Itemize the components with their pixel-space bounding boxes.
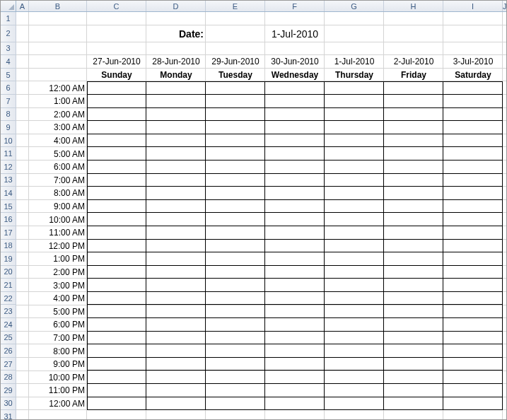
schedule-cell[interactable] [265, 332, 325, 345]
schedule-cell[interactable] [87, 344, 146, 358]
schedule-cell[interactable] [325, 332, 384, 345]
schedule-cell[interactable] [265, 95, 325, 108]
schedule-cell[interactable] [146, 358, 206, 371]
schedule-cell[interactable] [443, 318, 503, 332]
row-header-19[interactable]: 19 [1, 252, 16, 266]
schedule-cell[interactable] [87, 240, 146, 253]
schedule-cell[interactable] [146, 318, 206, 332]
schedule-cell[interactable] [206, 318, 265, 332]
row-header-3[interactable]: 3 [1, 42, 16, 56]
schedule-cell[interactable] [443, 279, 503, 292]
schedule-cell[interactable] [265, 226, 325, 240]
schedule-cell[interactable] [443, 121, 503, 134]
row-header-20[interactable]: 20 [1, 266, 16, 279]
schedule-cell[interactable] [87, 397, 146, 411]
schedule-cell[interactable] [87, 332, 146, 345]
schedule-cell[interactable] [325, 279, 384, 292]
spreadsheet-area[interactable]: Date:1-Jul-201027-Jun-2010Sunday28-Jun-2… [16, 12, 506, 419]
row-header-27[interactable]: 27 [1, 358, 16, 371]
schedule-cell[interactable] [87, 279, 146, 292]
schedule-cell[interactable] [146, 213, 206, 226]
schedule-cell[interactable] [384, 147, 443, 161]
schedule-cell[interactable] [325, 371, 384, 384]
schedule-cell[interactable] [443, 95, 503, 108]
schedule-cell[interactable] [443, 371, 503, 384]
schedule-cell[interactable] [443, 147, 503, 161]
schedule-cell[interactable] [146, 332, 206, 345]
schedule-cell[interactable] [265, 384, 325, 397]
schedule-cell[interactable] [325, 344, 384, 358]
row-header-7[interactable]: 7 [1, 95, 16, 108]
schedule-cell[interactable] [384, 226, 443, 240]
schedule-cell[interactable] [146, 147, 206, 161]
schedule-cell[interactable] [206, 371, 265, 384]
schedule-cell[interactable] [384, 371, 443, 384]
schedule-cell[interactable] [206, 187, 265, 200]
row-header-6[interactable]: 6 [1, 81, 16, 95]
schedule-cell[interactable] [206, 397, 265, 411]
schedule-cell[interactable] [443, 134, 503, 148]
schedule-cell[interactable] [443, 187, 503, 200]
schedule-cell[interactable] [206, 358, 265, 371]
schedule-cell[interactable] [87, 226, 146, 240]
schedule-cell[interactable] [384, 108, 443, 122]
schedule-cell[interactable] [146, 344, 206, 358]
row-header-24[interactable]: 24 [1, 318, 16, 332]
column-header-a[interactable]: A [16, 1, 29, 11]
row-header-2[interactable]: 2 [1, 25, 16, 42]
column-header-j[interactable]: J [503, 1, 507, 11]
schedule-cell[interactable] [325, 134, 384, 148]
schedule-cell[interactable] [265, 108, 325, 122]
schedule-cell[interactable] [87, 134, 146, 148]
schedule-cell[interactable] [325, 292, 384, 305]
column-header-e[interactable]: E [206, 1, 265, 11]
schedule-cell[interactable] [443, 332, 503, 345]
schedule-cell[interactable] [87, 147, 146, 161]
row-header-10[interactable]: 10 [1, 134, 16, 148]
schedule-cell[interactable] [87, 108, 146, 122]
schedule-cell[interactable] [325, 161, 384, 174]
row-header-17[interactable]: 17 [1, 226, 16, 240]
schedule-cell[interactable] [206, 95, 265, 108]
schedule-cell[interactable] [146, 95, 206, 108]
schedule-cell[interactable] [325, 200, 384, 214]
schedule-cell[interactable] [384, 240, 443, 253]
column-header-b[interactable]: B [29, 1, 87, 11]
schedule-cell[interactable] [146, 81, 206, 95]
schedule-cell[interactable] [265, 371, 325, 384]
schedule-cell[interactable] [265, 318, 325, 332]
row-header-5[interactable]: 5 [1, 69, 16, 82]
schedule-cell[interactable] [206, 384, 265, 397]
schedule-cell[interactable] [443, 81, 503, 95]
schedule-cell[interactable] [325, 81, 384, 95]
row-header-11[interactable]: 11 [1, 147, 16, 161]
schedule-cell[interactable] [443, 344, 503, 358]
schedule-cell[interactable] [265, 305, 325, 318]
schedule-cell[interactable] [146, 305, 206, 318]
row-header-8[interactable]: 8 [1, 108, 16, 122]
schedule-cell[interactable] [325, 226, 384, 240]
schedule-cell[interactable] [87, 292, 146, 305]
column-header-d[interactable]: D [146, 1, 206, 11]
schedule-cell[interactable] [325, 187, 384, 200]
schedule-cell[interactable] [325, 384, 384, 397]
schedule-cell[interactable] [87, 187, 146, 200]
schedule-cell[interactable] [265, 174, 325, 187]
row-header-12[interactable]: 12 [1, 161, 16, 174]
schedule-cell[interactable] [146, 161, 206, 174]
schedule-cell[interactable] [384, 358, 443, 371]
schedule-cell[interactable] [206, 292, 265, 305]
schedule-cell[interactable] [87, 161, 146, 174]
schedule-cell[interactable] [146, 187, 206, 200]
schedule-cell[interactable] [87, 305, 146, 318]
schedule-cell[interactable] [206, 174, 265, 187]
column-header-g[interactable]: G [325, 1, 384, 11]
schedule-cell[interactable] [384, 384, 443, 397]
schedule-cell[interactable] [87, 358, 146, 371]
schedule-cell[interactable] [265, 200, 325, 214]
schedule-cell[interactable] [265, 358, 325, 371]
schedule-cell[interactable] [206, 108, 265, 122]
row-header-9[interactable]: 9 [1, 121, 16, 134]
schedule-cell[interactable] [443, 240, 503, 253]
schedule-cell[interactable] [265, 161, 325, 174]
